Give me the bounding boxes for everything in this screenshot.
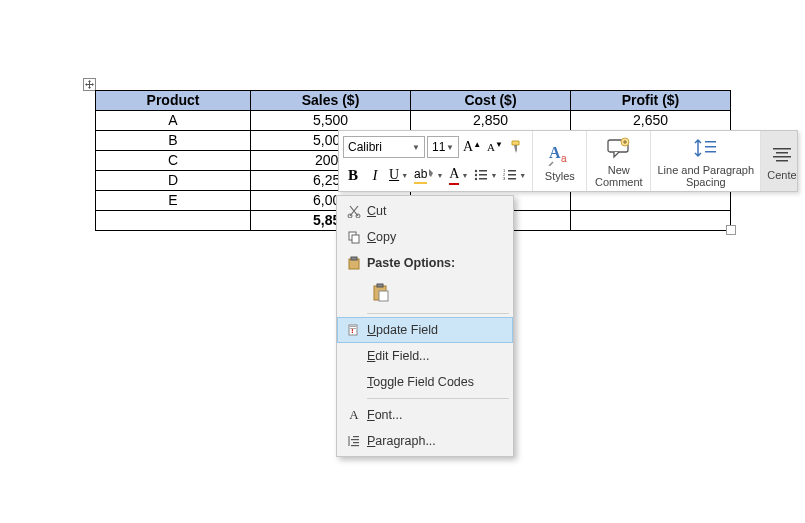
col-header-product[interactable]: Product xyxy=(96,91,251,111)
menu-paragraph[interactable]: Paragraph... xyxy=(337,428,513,454)
svg-rect-34 xyxy=(350,326,356,327)
caret-down-icon: ▼ xyxy=(495,140,503,149)
paragraph-icon xyxy=(341,434,367,448)
chevron-down-icon: ▼ xyxy=(446,143,454,152)
menu-paste-options-label: Paste Options: xyxy=(367,256,503,270)
cell-product[interactable]: E xyxy=(96,191,251,211)
menu-toggle-field-codes[interactable]: Toggle Field Codes xyxy=(337,369,513,395)
bullets-button[interactable]: ▼ xyxy=(472,164,499,186)
svg-rect-35 xyxy=(350,328,356,329)
cell-product[interactable]: A xyxy=(96,111,251,131)
cell-profit[interactable]: 2,650 xyxy=(571,111,731,131)
cut-icon xyxy=(341,204,367,218)
svg-rect-18 xyxy=(705,151,716,153)
svg-point-0 xyxy=(475,170,477,172)
menu-separator xyxy=(367,313,509,314)
chevron-down-icon: ▼ xyxy=(399,164,410,186)
svg-rect-19 xyxy=(773,148,791,150)
shrink-font-button[interactable]: A▼ xyxy=(485,136,505,158)
format-painter-icon xyxy=(509,139,525,155)
line-spacing-button[interactable]: Line and ParagraphSpacing xyxy=(651,131,761,191)
menu-copy[interactable]: Copy xyxy=(337,224,513,250)
cell-product[interactable]: B xyxy=(96,131,251,151)
format-painter-button[interactable] xyxy=(507,136,527,158)
cell-product[interactable] xyxy=(96,211,251,231)
menu-separator xyxy=(367,398,509,399)
caret-up-icon: ▲ xyxy=(473,140,481,149)
update-field-icon: ! xyxy=(341,323,367,337)
font-size-combobox[interactable]: 11 ▼ xyxy=(427,136,459,158)
new-comment-button[interactable]: NewComment xyxy=(587,131,651,191)
menu-edit-field[interactable]: Edit Field... xyxy=(337,343,513,369)
table-header-row: Product Sales ($) Cost ($) Profit ($) xyxy=(96,91,731,111)
svg-text:!: ! xyxy=(351,326,354,335)
chevron-down-icon: ▼ xyxy=(517,164,528,186)
svg-rect-7 xyxy=(508,170,516,172)
paste-icon xyxy=(341,256,367,270)
col-header-cost[interactable]: Cost ($) xyxy=(411,91,571,111)
cell-product[interactable]: C xyxy=(96,151,251,171)
menu-paste-options-header: Paste Options: xyxy=(337,250,513,276)
svg-rect-11 xyxy=(508,178,516,180)
svg-rect-36 xyxy=(353,436,359,437)
font-color-icon: A xyxy=(449,166,459,185)
comment-icon xyxy=(605,134,633,162)
grow-font-button[interactable]: A▲ xyxy=(461,136,483,158)
svg-rect-39 xyxy=(351,445,359,446)
paste-options-row xyxy=(337,276,513,310)
cell-product[interactable]: D xyxy=(96,171,251,191)
line-spacing-label: Line and ParagraphSpacing xyxy=(657,164,754,188)
menu-copy-label: Copy xyxy=(367,230,503,244)
table-resize-handle[interactable] xyxy=(726,225,736,235)
underline-button[interactable]: U▼ xyxy=(387,164,410,186)
numbering-button[interactable]: 1 2 3 ▼ xyxy=(501,164,528,186)
cell-profit[interactable] xyxy=(571,191,731,211)
cell-sales[interactable]: 5,500 xyxy=(251,111,411,131)
clipboard-icon xyxy=(371,282,391,302)
menu-cut-label: Cut xyxy=(367,204,503,218)
paste-keep-source-button[interactable] xyxy=(367,278,395,306)
highlight-icon: ab xyxy=(414,166,427,184)
svg-text:a: a xyxy=(561,153,567,164)
svg-point-4 xyxy=(475,178,477,180)
numbering-icon: 1 2 3 xyxy=(503,168,517,182)
font-color-button[interactable]: A ▼ xyxy=(447,164,470,186)
cell-cost[interactable]: 2,850 xyxy=(411,111,571,131)
bold-button[interactable]: B xyxy=(343,164,363,186)
chevron-down-icon: ▼ xyxy=(434,164,445,186)
menu-toggle-field-codes-label: Toggle Field Codes xyxy=(367,375,503,389)
cell-profit[interactable] xyxy=(571,211,731,231)
styles-icon: Aa xyxy=(546,140,574,168)
svg-rect-5 xyxy=(479,178,487,180)
chevron-down-icon: ▼ xyxy=(488,164,499,186)
highlight-button[interactable]: ab ▼ xyxy=(412,164,445,186)
line-spacing-icon xyxy=(692,134,720,162)
svg-rect-37 xyxy=(351,439,359,440)
menu-update-field[interactable]: ! Update Field xyxy=(337,317,513,343)
menu-paragraph-label: Paragraph... xyxy=(367,434,503,448)
svg-rect-20 xyxy=(776,152,788,154)
col-header-profit[interactable]: Profit ($) xyxy=(571,91,731,111)
svg-rect-38 xyxy=(353,442,359,443)
bullets-icon xyxy=(474,168,488,182)
menu-edit-field-label: Edit Field... xyxy=(367,349,503,363)
copy-icon xyxy=(341,230,367,244)
font-icon: A xyxy=(341,407,367,423)
center-align-button[interactable]: Cente xyxy=(761,131,796,191)
svg-rect-26 xyxy=(352,235,359,243)
col-header-sales[interactable]: Sales ($) xyxy=(251,91,411,111)
italic-button[interactable]: I xyxy=(365,164,385,186)
mini-toolbar: Calibri ▼ 11 ▼ A▲ A▼ B I U▼ ab xyxy=(338,130,798,192)
chevron-down-icon: ▼ xyxy=(412,143,420,152)
menu-cut[interactable]: Cut xyxy=(337,198,513,224)
svg-text:3: 3 xyxy=(503,176,506,181)
svg-rect-3 xyxy=(479,174,487,176)
context-menu: Cut Copy Paste Options: ! Update Field E… xyxy=(336,195,514,457)
svg-rect-22 xyxy=(776,160,788,162)
font-size-value: 11 xyxy=(432,140,445,154)
styles-button[interactable]: Aa Styles xyxy=(533,131,587,191)
center-label: Cente xyxy=(767,169,796,181)
font-name-combobox[interactable]: Calibri ▼ xyxy=(343,136,425,158)
menu-font[interactable]: A Font... xyxy=(337,402,513,428)
svg-rect-21 xyxy=(773,156,791,158)
